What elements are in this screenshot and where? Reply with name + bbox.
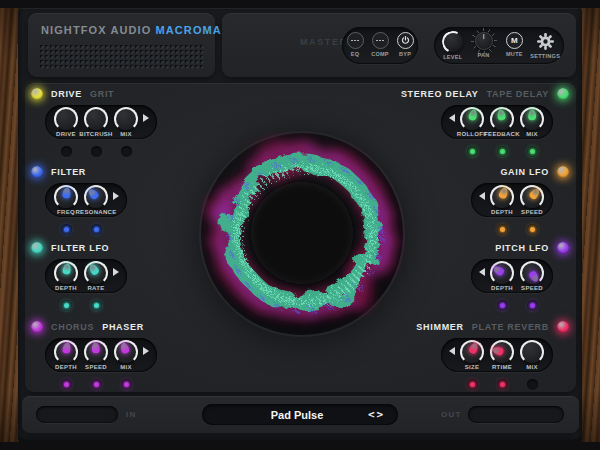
knob-dial[interactable] [521, 108, 543, 130]
drive-knob-bitcrush[interactable]: BITCRUSH [81, 108, 111, 137]
knob-dial[interactable] [85, 341, 107, 363]
stereo-delay-led[interactable] [557, 88, 569, 100]
eq-button[interactable] [347, 32, 364, 49]
pan-knob[interactable] [475, 32, 493, 50]
knob-dial[interactable] [85, 262, 107, 284]
drive-knob-group: DRIVEBITCRUSHMIX [45, 105, 157, 139]
led-slot [111, 146, 141, 157]
filter-lfo-knob-depth[interactable]: DEPTH [51, 262, 81, 291]
gain-lfo-led[interactable] [557, 166, 569, 178]
pan-ticks [471, 28, 497, 54]
filter-led[interactable] [31, 166, 43, 178]
pitch-lfo-knob-depth[interactable]: DEPTH [487, 262, 517, 291]
level-knob[interactable] [443, 32, 463, 52]
knob-dial[interactable] [55, 341, 77, 363]
knob-dial[interactable] [461, 108, 483, 130]
master-controls-group: LEVEL PAN M MUTE [434, 27, 564, 64]
filter-title-0[interactable]: FILTER [51, 167, 86, 177]
settings-label: SETTINGS [530, 53, 560, 59]
knob-dial[interactable] [85, 186, 107, 208]
drive-title-0[interactable]: DRIVE [51, 89, 82, 99]
gain-lfo-title-0[interactable]: GAIN LFO [500, 167, 549, 177]
shimmer-title-0[interactable]: SHIMMER [416, 322, 463, 332]
pitch-lfo-title-0[interactable]: PITCH LFO [495, 243, 549, 253]
knob-dial[interactable] [491, 262, 513, 284]
stereo-delay-knob-mix[interactable]: MIX [517, 108, 547, 137]
shimmer-led[interactable] [557, 321, 569, 333]
knob-label: RTIME [492, 364, 512, 370]
stereo-delay-knob-group: ROLLOFFFEEDBACKMIX [441, 105, 553, 139]
filter-lfo-knob-rate[interactable]: RATE [81, 262, 111, 291]
pitch-lfo-knob-speed[interactable]: SPEED [517, 262, 547, 291]
knob-label: MIX [526, 131, 538, 137]
knob-dial[interactable] [521, 186, 543, 208]
shimmer-title-1[interactable]: PLATE REVERB [472, 322, 549, 332]
knob-dial[interactable] [491, 186, 513, 208]
led-slot [487, 146, 517, 157]
phaser-knob-depth[interactable]: DEPTH [51, 341, 81, 370]
knob-dial[interactable] [521, 262, 543, 284]
phaser-title-0[interactable]: CHORUS [51, 322, 94, 332]
shimmer-expand-arrow[interactable] [449, 347, 455, 355]
knob-label: SPEED [85, 364, 107, 370]
stereo-delay-knob-rolloff[interactable]: ROLLOFF [457, 108, 487, 137]
filter-lfo-expand-arrow[interactable] [113, 268, 119, 276]
filter-expand-arrow[interactable] [113, 192, 119, 200]
level-control: LEVEL [441, 32, 465, 60]
drive-title-1[interactable]: GRIT [90, 89, 114, 99]
settings-button[interactable] [536, 32, 555, 51]
knob-dial[interactable] [55, 262, 77, 284]
spacer [477, 224, 487, 235]
stereo-delay-title-1[interactable]: TAPE DELAY [486, 89, 549, 99]
gain-lfo-knob-depth[interactable]: DEPTH [487, 186, 517, 215]
knob-dial[interactable] [55, 186, 77, 208]
io-preset-bar: IN Pad Pulse <> OUT [22, 396, 579, 433]
phaser-knob-speed[interactable]: SPEED [81, 341, 111, 370]
preset-prev-next-arrows[interactable]: <> [368, 408, 398, 421]
knob-dial[interactable] [115, 108, 137, 130]
phaser-title-1[interactable]: PHASER [102, 322, 144, 332]
drive-expand-arrow[interactable] [143, 114, 149, 122]
stereo-delay-expand-arrow[interactable] [449, 114, 455, 122]
led-slot [517, 146, 547, 157]
knob-dial[interactable] [521, 341, 543, 363]
shimmer-knob-rtime[interactable]: RTIME [487, 341, 517, 370]
stereo-delay-header: STEREO DELAYTAPE DELAY [409, 87, 569, 100]
knob-dial[interactable] [115, 341, 137, 363]
pitch-lfo-led[interactable] [557, 242, 569, 254]
preset-selector[interactable]: Pad Pulse <> [202, 404, 398, 425]
filter-lfo-indicator-led-1 [91, 300, 102, 311]
gain-lfo-expand-arrow[interactable] [479, 192, 485, 200]
filter-indicator-row [45, 224, 127, 235]
pitch-lfo-expand-arrow[interactable] [479, 268, 485, 276]
knob-dial[interactable] [85, 108, 107, 130]
spacer [477, 300, 487, 311]
knob-dial[interactable] [55, 108, 77, 130]
filter-lfo-led[interactable] [31, 242, 43, 254]
filter-lfo-title-0[interactable]: FILTER LFO [51, 243, 109, 253]
drive-led[interactable] [31, 88, 43, 100]
phaser-led[interactable] [31, 321, 43, 333]
knob-dial[interactable] [491, 341, 513, 363]
speaker-grille [39, 44, 204, 69]
stereo-delay-knob-feedback[interactable]: FEEDBACK [487, 108, 517, 137]
drive-knob-mix[interactable]: MIX [111, 108, 141, 137]
phaser-expand-arrow[interactable] [143, 347, 149, 355]
shimmer-knob-mix[interactable]: MIX [517, 341, 547, 370]
power-icon [400, 35, 411, 46]
knob-dial[interactable] [491, 108, 513, 130]
phaser-indicator-led-1 [91, 379, 102, 390]
bypass-button[interactable] [397, 32, 414, 49]
phaser-knob-mix[interactable]: MIX [111, 341, 141, 370]
filter-knob-resonance[interactable]: RESONANCE [81, 186, 111, 215]
gain-lfo-knob-speed[interactable]: SPEED [517, 186, 547, 215]
pitch-lfo-indicator-led-0 [497, 300, 508, 311]
led-slot [51, 300, 81, 311]
mute-button[interactable]: M [506, 32, 523, 49]
comp-button[interactable] [372, 32, 389, 49]
input-meter [36, 406, 118, 423]
knob-dial[interactable] [461, 341, 483, 363]
drive-knob-drive[interactable]: DRIVE [51, 108, 81, 137]
stereo-delay-title-0[interactable]: STEREO DELAY [401, 89, 479, 99]
shimmer-knob-size[interactable]: SIZE [457, 341, 487, 370]
